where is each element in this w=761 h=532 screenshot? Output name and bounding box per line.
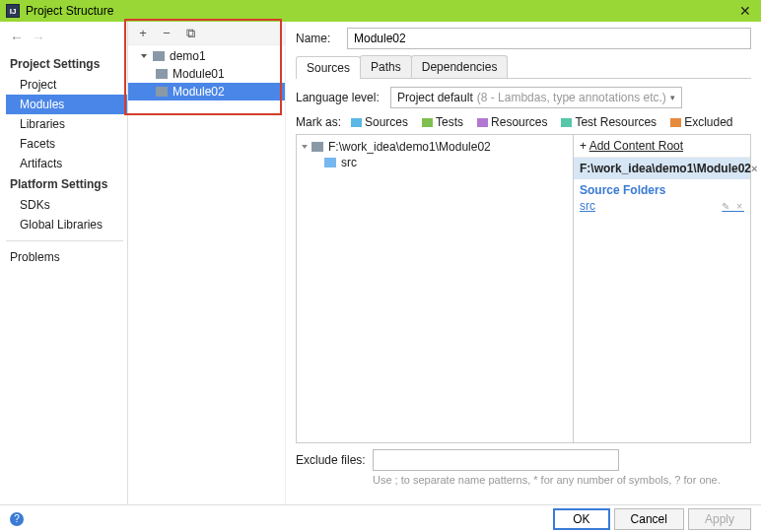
titlebar: IJ Project Structure ✕	[0, 0, 761, 22]
folder-icon	[351, 118, 362, 127]
tab-sources[interactable]: Sources	[296, 56, 361, 79]
module-details-panel: Name: Sources Paths Dependencies Languag…	[286, 22, 761, 504]
exclude-files-input[interactable]	[373, 449, 619, 471]
nav-divider	[6, 240, 123, 241]
nav-item-facets[interactable]: Facets	[6, 134, 127, 154]
ok-button[interactable]: OK	[553, 508, 609, 530]
nav-item-artifacts[interactable]: Artifacts	[6, 154, 127, 173]
source-folder-label: src	[580, 199, 595, 213]
folder-icon	[670, 118, 681, 127]
source-folder-item[interactable]: src ✎ ×	[580, 199, 744, 213]
tree-item-label: Module01	[173, 67, 225, 81]
mark-as-label: Mark as:	[296, 115, 341, 129]
tree-toolbar: + − ⧉	[128, 22, 285, 45]
module-tabs: Sources Paths Dependencies	[296, 55, 751, 79]
nav-item-problems[interactable]: Problems	[6, 247, 127, 267]
close-icon[interactable]: ✕	[735, 3, 755, 19]
source-folders-title: Source Folders	[580, 183, 744, 197]
exclude-files-label: Exclude files:	[296, 453, 367, 467]
tab-paths[interactable]: Paths	[360, 55, 412, 78]
help-icon[interactable]: ?	[10, 512, 24, 526]
mark-tests[interactable]: Tests	[418, 114, 467, 130]
folder-tree: F:\work_idea\demo1\Module02 src	[297, 135, 573, 442]
nav-item-project[interactable]: Project	[6, 75, 127, 95]
folder-icon	[153, 51, 165, 61]
apply-button[interactable]: Apply	[688, 508, 751, 530]
window-title: Project Structure	[26, 4, 735, 18]
content-root-row[interactable]: F:\work_idea\demo1\Module02	[303, 139, 567, 155]
add-content-root-button[interactable]: + Add Content Root	[574, 135, 750, 158]
tab-dependencies[interactable]: Dependencies	[411, 55, 509, 78]
folder-icon	[156, 87, 168, 97]
source-folder-actions[interactable]: ✎ ×	[722, 201, 744, 212]
folder-icon	[156, 69, 168, 79]
nav-item-sdks[interactable]: SDKs	[6, 195, 127, 215]
nav-section-platform-settings: Platform Settings	[6, 173, 127, 195]
copy-module-icon[interactable]: ⧉	[183, 26, 197, 41]
folder-icon	[561, 118, 572, 127]
content-root-side-panel: + Add Content Root F:\work_idea\demo1\Mo…	[573, 135, 750, 442]
content-root-header[interactable]: F:\work_idea\demo1\Module02 ×	[574, 158, 750, 179]
module-tree: demo1 Module01 Module02	[128, 45, 285, 102]
mark-sources[interactable]: Sources	[347, 114, 412, 130]
cancel-button[interactable]: Cancel	[614, 508, 684, 530]
module-name-input[interactable]	[347, 28, 751, 49]
mark-test-resources[interactable]: Test Resources	[557, 114, 660, 130]
add-module-icon[interactable]: +	[136, 26, 150, 40]
dialog-button-bar: ? OK Cancel Apply	[0, 504, 761, 532]
select-value: Project default	[397, 91, 473, 104]
app-icon: IJ	[6, 4, 20, 18]
tree-item-label: Module02	[173, 85, 225, 99]
language-level-select[interactable]: Project default (8 - Lambdas, type annot…	[390, 87, 682, 108]
nav-item-modules[interactable]: Modules	[6, 95, 127, 114]
left-nav-panel: ← → Project Settings Project Modules Lib…	[0, 22, 128, 504]
mark-excluded[interactable]: Excluded	[666, 114, 736, 130]
folder-icon	[324, 158, 336, 167]
tree-item-label: demo1	[170, 49, 206, 63]
tree-item-module02[interactable]: Module02	[128, 83, 285, 100]
content-roots-area: F:\work_idea\demo1\Module02 src + Add Co…	[296, 134, 751, 443]
folder-icon	[422, 118, 433, 127]
chevron-down-icon	[141, 54, 147, 58]
folder-icon	[311, 142, 323, 152]
nav-item-global-libraries[interactable]: Global Libraries	[6, 215, 127, 234]
content-root-path: F:\work_idea\demo1\Module02	[328, 140, 491, 154]
src-folder-row[interactable]: src	[303, 155, 567, 170]
module-tree-panel: + − ⧉ demo1 Module01 Module02	[128, 22, 286, 504]
folder-label: src	[341, 156, 357, 169]
tree-item-module01[interactable]: Module01	[128, 65, 285, 83]
exclude-hint: Use ; to separate name patterns, * for a…	[373, 473, 751, 487]
language-level-label: Language level:	[296, 91, 382, 104]
nav-back-icon[interactable]: ←	[10, 30, 24, 45]
name-label: Name:	[296, 32, 339, 45]
tree-item-demo1[interactable]: demo1	[128, 47, 285, 65]
remove-module-icon[interactable]: −	[160, 26, 173, 40]
remove-root-icon[interactable]: ×	[751, 163, 757, 174]
root-path-text: F:\work_idea\demo1\Module02	[580, 162, 751, 175]
nav-forward-icon[interactable]: →	[32, 30, 45, 45]
nav-section-project-settings: Project Settings	[6, 53, 127, 75]
chevron-down-icon: ▾	[670, 93, 675, 102]
select-hint: (8 - Lambdas, type annotations etc.)	[477, 91, 666, 104]
folder-icon	[477, 118, 488, 127]
chevron-down-icon	[302, 145, 308, 149]
mark-resources[interactable]: Resources	[473, 114, 551, 130]
nav-item-libraries[interactable]: Libraries	[6, 114, 127, 134]
